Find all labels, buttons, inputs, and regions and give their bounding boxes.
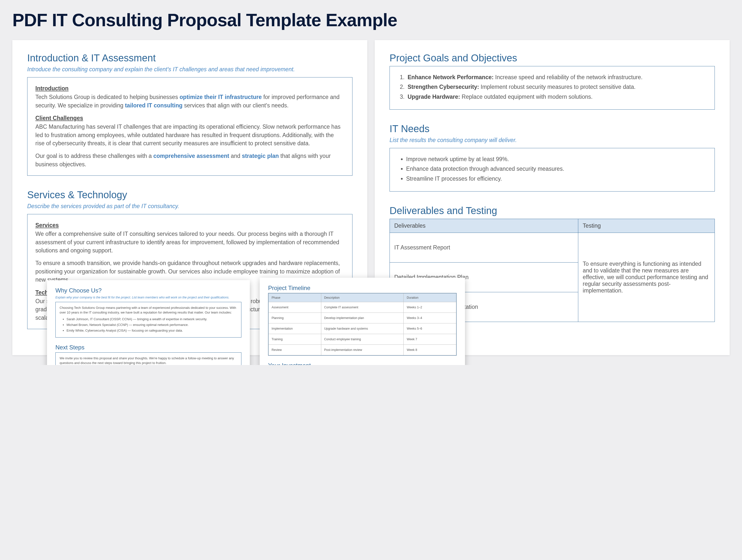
- section-needs: IT Needs List the results the consulting…: [389, 123, 715, 192]
- timeline-cell: Upgrade hardware and systems: [321, 323, 404, 334]
- table-row: ImplementationUpgrade hardware and syste…: [269, 323, 456, 334]
- sub-services: Describe the services provided as part o…: [27, 203, 353, 210]
- heading-investment: Your Investment: [268, 362, 457, 365]
- why-box: Choosing Tech Solutions Group means part…: [55, 302, 242, 338]
- timeline-col-desc: Description: [321, 294, 404, 302]
- timeline-cell: Implementation: [269, 323, 321, 334]
- list-item: Streamline IT processes for efficiency.: [406, 175, 707, 183]
- timeline-cell: Week 7: [404, 334, 456, 345]
- sub-intro: Introduce the consulting company and exp…: [27, 66, 353, 73]
- intro-p1e: services that align with our client's ne…: [182, 102, 288, 109]
- services-subhead-1: Services: [35, 221, 344, 230]
- why-intro: Choosing Tech Solutions Group means part…: [60, 306, 237, 315]
- timeline-box: Phase Description Duration AssessmentCom…: [268, 293, 457, 356]
- timeline-col-phase: Phase: [269, 294, 321, 302]
- list-item: Upgrade Hardware: Replace outdated equip…: [406, 93, 707, 101]
- timeline-cell: Planning: [269, 313, 321, 323]
- deliv-col-deliverables: Deliverables: [390, 219, 578, 233]
- table-row: IT Assessment Report To ensure everythin…: [390, 233, 715, 263]
- timeline-cell: Assessment: [269, 302, 321, 313]
- section-introduction: Introduction & IT Assessment Introduce t…: [27, 52, 353, 176]
- overlay-page-right: Project Timeline Phase Description Durat…: [260, 277, 465, 365]
- heading-timeline: Project Timeline: [268, 285, 457, 292]
- deliv-col-testing: Testing: [578, 219, 715, 233]
- heading-intro: Introduction & IT Assessment: [27, 52, 353, 64]
- table-row: ReviewPost-implementation reviewWeek 8: [269, 345, 456, 355]
- sub-needs: List the results the consulting company …: [389, 137, 715, 144]
- intro-p1: Tech Solutions Group is dedicated to hel…: [35, 93, 344, 110]
- list-item: Emily White, Cybersecurity Analyst (CISA…: [66, 328, 237, 333]
- timeline-cell: Weeks 3–4: [404, 313, 456, 323]
- table-row: AssessmentComplete IT assessmentWeeks 1–…: [269, 302, 456, 313]
- overlay-page-left: Why Choose Us? Explain why your company …: [47, 280, 250, 365]
- timeline-cell: Week 8: [404, 345, 456, 355]
- timeline-cell: Post-implementation review: [321, 345, 404, 355]
- intro-hl1: optimize their IT infrastructure: [179, 94, 262, 100]
- heading-needs: IT Needs: [389, 123, 715, 134]
- list-item: Enhance data protection through advanced…: [406, 165, 707, 173]
- intro-p3a: Our goal is to address these challenges …: [35, 153, 153, 159]
- heading-why: Why Choose Us?: [55, 287, 242, 294]
- timeline-cell: Complete IT assessment: [321, 302, 404, 313]
- goals-list: Enhance Network Performance: Increase sp…: [398, 73, 707, 101]
- section-timeline: Project Timeline Phase Description Durat…: [268, 285, 457, 356]
- heading-services: Services & Technology: [27, 189, 353, 200]
- list-item: Improve network uptime by at least 99%.: [406, 155, 707, 163]
- intro-subhead-1: Introduction: [35, 84, 344, 93]
- table-row: PlanningDevelop implementation planWeeks…: [269, 313, 456, 323]
- list-item: Enhance Network Performance: Increase sp…: [406, 73, 707, 82]
- list-item: Michael Brown, Network Specialist (CCNP)…: [66, 323, 237, 327]
- timeline-table: Phase Description Duration AssessmentCom…: [268, 293, 456, 355]
- section-why: Why Choose Us? Explain why your company …: [55, 287, 242, 338]
- testing-cell: To ensure everything is functioning as i…: [578, 233, 715, 322]
- timeline-cell: Conduct employee training: [321, 334, 404, 345]
- heading-goals: Project Goals and Objectives: [389, 52, 715, 64]
- intro-p2: ABC Manufacturing has several IT challen…: [35, 123, 344, 148]
- needs-box: Improve network uptime by at least 99%.E…: [389, 148, 715, 192]
- page-title: PDF IT Consulting Proposal Template Exam…: [12, 10, 730, 30]
- intro-hl2: tailored IT consulting: [125, 102, 182, 109]
- list-item: Strengthen Cybersecurity: Implement robu…: [406, 83, 707, 91]
- intro-box: Introduction Tech Solutions Group is ded…: [27, 77, 353, 176]
- list-item: Sarah Johnson, IT Consultant (CISSP, CCN…: [66, 317, 237, 322]
- document-stage: Introduction & IT Assessment Introduce t…: [12, 40, 730, 355]
- table-row: TrainingConduct employee trainingWeek 7: [269, 334, 456, 345]
- timeline-cell: Review: [269, 345, 321, 355]
- goals-box: Enhance Network Performance: Increase sp…: [389, 66, 715, 110]
- deliv-cell: IT Assessment Report: [390, 233, 578, 263]
- next-box: We invite you to review this proposal an…: [55, 352, 242, 365]
- intro-subhead-2: Client Challenges: [35, 114, 344, 122]
- intro-hl3: comprehensive assessment: [153, 153, 229, 159]
- timeline-cell: Weeks 5–6: [404, 323, 456, 334]
- section-investment: Your Investment Break down the cost and …: [268, 362, 457, 365]
- sub-why: Explain why your company is the best fit…: [55, 296, 242, 299]
- section-goals: Project Goals and Objectives Enhance Net…: [389, 52, 715, 110]
- timeline-cell: Weeks 1–2: [404, 302, 456, 313]
- team-list: Sarah Johnson, IT Consultant (CISSP, CCN…: [60, 317, 237, 333]
- services-p1: We offer a comprehensive suite of IT con…: [35, 230, 344, 255]
- timeline-cell: Develop implementation plan: [321, 313, 404, 323]
- intro-hl4: strategic plan: [242, 153, 279, 159]
- section-next-steps: Next Steps We invite you to review this …: [55, 344, 242, 365]
- timeline-cell: Training: [269, 334, 321, 345]
- heading-deliverables: Deliverables and Testing: [389, 205, 715, 216]
- intro-p3: Our goal is to address these challenges …: [35, 152, 344, 168]
- heading-next: Next Steps: [55, 344, 242, 351]
- timeline-col-dur: Duration: [404, 294, 456, 302]
- needs-list: Improve network uptime by at least 99%.E…: [398, 155, 707, 183]
- intro-p1a: Tech Solutions Group is dedicated to hel…: [35, 94, 179, 100]
- intro-p3c: and: [229, 153, 242, 159]
